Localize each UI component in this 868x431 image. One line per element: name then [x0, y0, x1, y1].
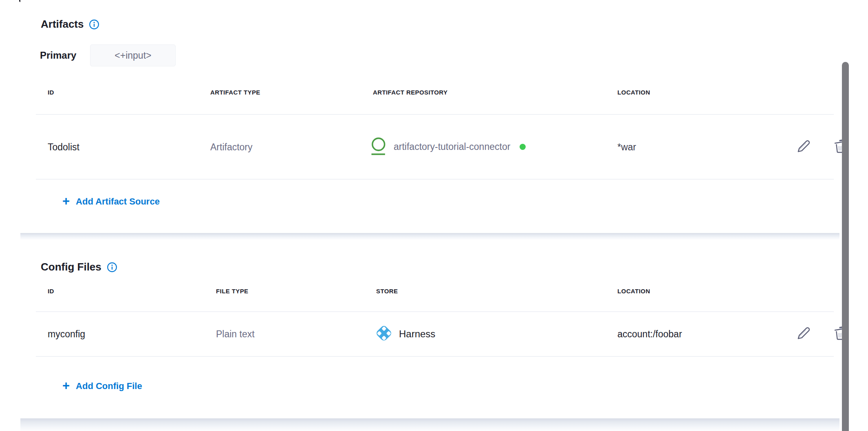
artifacts-col-type: ARTIFACT TYPE: [210, 89, 260, 96]
edit-artifact-button[interactable]: [794, 138, 813, 156]
artifacts-section: Artifacts Primary <+input> ID ARTIFACT T…: [20, 0, 839, 233]
add-artifact-source-button[interactable]: + Add Artifact Source: [62, 196, 160, 207]
config-files-title: Config Files: [41, 261, 101, 273]
config-files-section-header: Config Files: [41, 261, 117, 273]
config-row-divider: [36, 356, 834, 357]
config-file-row: myconfig Plain text Harness account:/foo…: [20, 312, 839, 356]
add-artifact-source-label: Add Artifact Source: [76, 196, 160, 207]
harness-icon: [374, 323, 394, 345]
config-col-location: LOCATION: [617, 288, 650, 295]
green-dot-icon: [520, 144, 526, 150]
pencil-icon: [795, 325, 812, 343]
bottom-shadow: [20, 418, 839, 431]
artifacts-col-id: ID: [48, 89, 54, 96]
plus-icon: +: [62, 196, 70, 207]
section-divider-shadow: [20, 233, 839, 240]
config-files-section: Config Files ID FILE TYPE STORE LOCATION…: [20, 240, 839, 418]
artifacts-section-header: Artifacts: [41, 18, 99, 31]
store-name: Harness: [399, 328, 435, 340]
pencil-icon: [795, 138, 812, 156]
info-icon[interactable]: [107, 262, 117, 273]
connector-name: artifactory-tutorial-connector: [394, 141, 510, 152]
plus-icon: +: [62, 380, 70, 391]
artifact-id: Todolist: [48, 141, 79, 152]
add-config-file-label: Add Config File: [76, 381, 142, 391]
config-location: account:/foobar: [617, 328, 682, 339]
artifactory-connector-icon: [369, 136, 387, 158]
primary-artifact-row: Primary <+input>: [40, 44, 176, 67]
add-config-file-button[interactable]: + Add Config File: [62, 381, 142, 391]
config-store-cell: Harness: [374, 312, 435, 356]
artifacts-row-divider: [36, 179, 834, 180]
runtime-input-value: <+input>: [115, 50, 151, 61]
primary-artifact-runtime-input[interactable]: <+input>: [90, 44, 176, 66]
config-col-store: STORE: [376, 288, 398, 295]
config-col-id: ID: [48, 288, 54, 295]
config-id: myconfig: [48, 328, 85, 339]
artifact-type: Artifactory: [210, 141, 253, 152]
info-icon[interactable]: [89, 19, 99, 30]
artifacts-title: Artifacts: [41, 18, 84, 31]
vertical-scrollbar-thumb[interactable]: [842, 62, 849, 431]
artifact-repository-cell: artifactory-tutorial-connector: [369, 115, 526, 179]
artifacts-col-repository: ARTIFACT REPOSITORY: [373, 89, 447, 96]
config-col-file-type: FILE TYPE: [216, 288, 248, 295]
artifacts-col-location: LOCATION: [617, 89, 650, 96]
artifact-source-row: Todolist Artifactory artifactory-tutoria…: [20, 115, 839, 179]
config-file-type: Plain text: [216, 328, 255, 339]
artifact-location: *war: [617, 141, 636, 152]
primary-label: Primary: [40, 50, 76, 61]
edit-config-file-button[interactable]: [794, 325, 813, 343]
